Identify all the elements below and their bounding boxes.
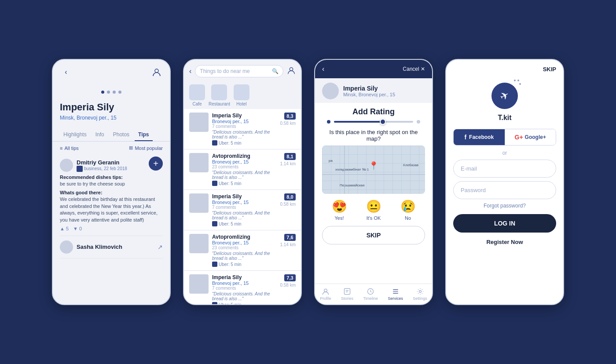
- profile-icon[interactable]: [287, 66, 296, 77]
- uber-icon: [212, 181, 217, 186]
- tab-highlights[interactable]: Highlights: [60, 129, 90, 141]
- reviewer-name: Dmitriy Geranin: [77, 159, 127, 166]
- list-item[interactable]: Imperia Sily Bronevoj per., 15 7 comment…: [184, 190, 301, 230]
- filter-popular[interactable]: ⊞ Most popular: [129, 145, 163, 151]
- restaurant-icon: [211, 84, 227, 100]
- forgot-password-link[interactable]: Forgot password?: [446, 203, 563, 209]
- login-button[interactable]: LOG IN: [453, 214, 556, 233]
- fab-button[interactable]: +: [149, 157, 163, 171]
- nav-timeline[interactable]: Timeline: [363, 288, 378, 301]
- category-hotel[interactable]: Hotel: [234, 84, 249, 106]
- item-uber: Uber: 5 min: [212, 140, 276, 146]
- category-restaurant[interactable]: Restaurant: [209, 84, 230, 106]
- screens-container: ‹ + Imperia Sily Minsk, Bronevoj per., 1…: [34, 41, 582, 323]
- google-button[interactable]: G+ Google+: [505, 129, 556, 145]
- yes-label: Yes!: [334, 215, 344, 221]
- svg-point-7: [517, 80, 519, 81]
- item-address: Bronevoj per., 15: [212, 119, 276, 124]
- slider-track: [334, 121, 413, 123]
- tab-tips[interactable]: Tips: [135, 129, 152, 141]
- yes-emoji: 😍: [332, 199, 347, 214]
- google-g-icon: G+: [515, 134, 523, 141]
- screen3-frame: ‹ Cancel ✕ Imperia Sily Minsk, Bronevoj …: [314, 59, 433, 305]
- item-name: Imperia Sily: [212, 113, 276, 119]
- item-uber: Uber: 5 min: [212, 262, 276, 267]
- rating-slider[interactable]: [322, 120, 425, 124]
- dot-4: [118, 91, 121, 94]
- svg-point-5: [419, 291, 421, 293]
- item-distance: 0.58 km: [280, 202, 296, 207]
- item-info: Avtopromlizing Bronevoj per., 15 23 comm…: [212, 153, 276, 186]
- svg-point-1: [290, 67, 293, 70]
- place-address: Minsk, Bronevoj per., 15: [343, 92, 395, 97]
- skip-button[interactable]: SKIP: [322, 226, 425, 244]
- slider-thumb[interactable]: [380, 119, 386, 125]
- item-info: Imperia Sily Bronevoj per., 15 7 comment…: [212, 193, 276, 226]
- nav-settings[interactable]: Settings: [413, 288, 427, 301]
- share-icon-2[interactable]: ↗: [158, 244, 163, 251]
- profile-icon[interactable]: [150, 66, 163, 78]
- search-box[interactable]: Things to do near me 🔍: [195, 65, 283, 77]
- nav-services-label: Services: [388, 296, 403, 301]
- reviewer-name-2: Sasha Klimovich: [77, 244, 122, 250]
- reaction-ok[interactable]: 😐 It's OK: [366, 199, 381, 221]
- categories-bar: Cafe Restaurant Hotel: [184, 81, 301, 109]
- password-input[interactable]: Password: [453, 181, 556, 199]
- skip-button[interactable]: SKIP: [543, 66, 556, 73]
- map-road-v: [344, 146, 345, 194]
- tab-info[interactable]: Info: [92, 129, 108, 141]
- slider-start: [327, 120, 330, 124]
- back-button[interactable]: ‹: [322, 65, 324, 73]
- place-title: Imperia Sily: [60, 102, 163, 113]
- screen2-frame: ‹ Things to do near me 🔍 Cafe Restaurant: [183, 59, 302, 305]
- item-comments: 7 comments: [212, 205, 276, 210]
- svg-point-2: [324, 289, 327, 292]
- review-item: Sasha Klimovich ↗: [60, 236, 163, 258]
- item-comments: 7 comments: [212, 124, 276, 129]
- item-name: Avtopromlizing: [212, 234, 276, 240]
- back-button[interactable]: ‹: [189, 67, 191, 75]
- back-button[interactable]: ‹: [60, 66, 72, 78]
- nav-settings-label: Settings: [413, 296, 427, 301]
- map-label-4: Першамайская: [340, 183, 364, 187]
- nav-stories[interactable]: Stories: [341, 288, 353, 301]
- reaction-yes[interactable]: 😍 Yes!: [332, 199, 347, 221]
- register-link[interactable]: Register Now: [446, 239, 563, 245]
- downvote[interactable]: ▼ 0: [73, 226, 82, 231]
- nav-profile[interactable]: Profile: [320, 288, 331, 301]
- facebook-label: Facebook: [469, 134, 494, 140]
- nav-profile-label: Profile: [320, 296, 331, 301]
- item-quote: "Delicious croissants. And the bread is …: [212, 170, 276, 180]
- reaction-no[interactable]: 😢 No: [400, 199, 416, 221]
- list-item[interactable]: Imperia Sily Bronevoj per., 15 7 comment…: [184, 271, 301, 305]
- upvote[interactable]: ▲ 5: [60, 226, 69, 231]
- detail-tabs: Highlights Info Photos Tips: [53, 129, 170, 142]
- vote-row: ▲ 5 ▼ 0: [60, 226, 163, 231]
- map-road-h: [322, 174, 425, 175]
- list-item[interactable]: Avtopromlizing Bronevoj per., 15 23 comm…: [184, 230, 301, 271]
- filter-all[interactable]: ≡ All tips: [60, 146, 79, 151]
- item-name: Imperia Sily: [212, 274, 276, 280]
- tab-photos[interactable]: Photos: [110, 129, 133, 141]
- category-cafe[interactable]: Cafe: [189, 84, 205, 106]
- item-image: [189, 153, 209, 172]
- list-item[interactable]: Imperia Sily Bronevoj per., 15 7 comment…: [184, 109, 301, 149]
- list-item[interactable]: Avtopromlizing Bronevoj per., 15 23 comm…: [184, 149, 301, 190]
- nav-services[interactable]: Services: [388, 288, 403, 301]
- hotel-icon: [234, 84, 249, 100]
- uber-icon: [212, 262, 217, 267]
- item-uber: Uber: 5 min: [212, 221, 276, 226]
- cancel-button[interactable]: Cancel ✕: [403, 66, 425, 72]
- item-score: 7,6: [284, 234, 296, 241]
- email-input[interactable]: E-mail: [453, 160, 556, 178]
- facebook-button[interactable]: f Facebook: [454, 129, 505, 145]
- reviewer-row: Dmitriy Geranin business, 22 feb 2018 ↗: [60, 159, 163, 172]
- item-image: [189, 274, 209, 294]
- rating-body: Add Rating Is this place in the right sp…: [315, 103, 432, 254]
- screen3-header: ‹ Cancel ✕: [315, 60, 432, 78]
- item-uber: Uber: 5 min: [212, 302, 276, 305]
- map-label-2: холадакамбінат № 1: [335, 167, 369, 171]
- reactions-row: 😍 Yes! 😐 It's OK 😢 No: [322, 199, 425, 221]
- svg-point-6: [514, 80, 516, 81]
- review-label-2: Whats good there:: [60, 190, 163, 195]
